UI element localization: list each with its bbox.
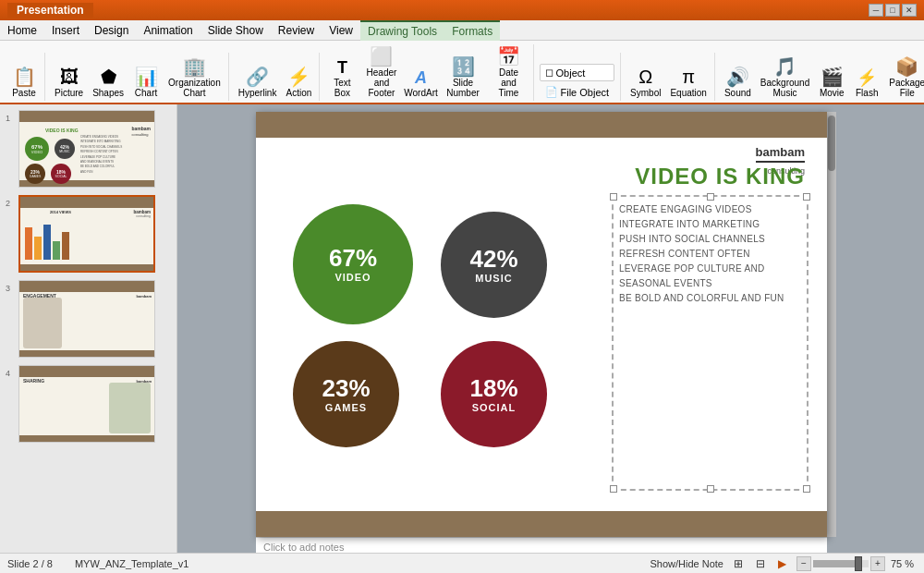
paste-button[interactable]: 📋 Paste (7, 65, 41, 101)
paste-icon: 📋 (13, 67, 36, 86)
zoom-slider-thumb[interactable] (855, 556, 862, 571)
wordart-button[interactable]: A WordArt (405, 67, 438, 101)
date-time-icon: 📅 (497, 47, 520, 66)
header-footer-icon: ⬜ (370, 47, 393, 66)
handle-bl[interactable] (610, 485, 617, 493)
handle-tl[interactable] (610, 193, 617, 201)
handle-br[interactable] (803, 485, 810, 493)
slide-preview-4: bambam SHARING (18, 365, 155, 443)
normal-view-btn[interactable]: ⊞ (731, 557, 746, 570)
zoom-in-btn[interactable]: + (870, 556, 885, 571)
maximize-btn[interactable]: □ (885, 4, 900, 17)
slide-preview-3: bambam ENGAGEMENT (18, 280, 155, 358)
circle-music[interactable]: 42% MUSIC (441, 212, 547, 318)
menu-drawing-tools[interactable]: Drawing Tools (360, 20, 444, 41)
slide-thumb-3[interactable]: 3 bambam ENGAGEMENT (4, 278, 173, 360)
sound-icon: 🔊 (726, 67, 749, 86)
slide-bottom-stripe (256, 511, 827, 537)
handle-tc[interactable] (707, 193, 714, 201)
menu-slideshow[interactable]: Slide Show (201, 20, 271, 41)
menu-review[interactable]: Review (271, 20, 322, 41)
circle-games[interactable]: 23% GAMES (293, 341, 399, 447)
object-button[interactable]: ◻ Object (540, 64, 615, 81)
circle-social-label: SOCIAL (472, 402, 517, 413)
handle-bc[interactable] (707, 485, 714, 493)
group-paste: 📋 Paste (4, 53, 45, 101)
template-name: MYW_ANZ_Template_v1 (75, 558, 189, 569)
textbox-button[interactable]: T Text Box (325, 56, 359, 101)
zoom-slider[interactable] (813, 560, 869, 567)
flash-icon: ⚡ (857, 69, 877, 86)
equation-button[interactable]: π Equation (666, 65, 710, 101)
chart-button[interactable]: 📊 Chart (129, 65, 163, 101)
group-picture: 🖼 Picture ⬟ Shapes 📊 Chart 🏢 Organizatio… (47, 53, 229, 101)
file-object-button[interactable]: 📄 File Object (540, 83, 615, 101)
group-object: ◻ Object 📄 File Object (536, 53, 622, 101)
slides-panel: 1 bambamconsulting VIDEO IS KING 67% VID… (0, 104, 177, 557)
menubar: Home Insert Design Animation Slide Show … (0, 20, 924, 41)
package-file-button[interactable]: 📦 PackageFile (885, 55, 924, 101)
notes-placeholder: Click to add notes (263, 542, 344, 553)
menu-view[interactable]: View (322, 20, 360, 41)
circle-video[interactable]: 67% VIDEO (293, 204, 413, 324)
bullet-4: REFRESH CONTENT OFTEN (619, 247, 801, 262)
slide-preview-2: bambam consulting 2014 VIEWS (18, 195, 155, 273)
menu-formats[interactable]: Formats (444, 20, 500, 41)
chart-icon: 📊 (135, 67, 158, 86)
package-file-icon: 📦 (895, 57, 918, 76)
background-music-button[interactable]: 🎵 BackgroundMusic (757, 55, 813, 101)
zoom-level: 75 % (891, 558, 917, 569)
slide-thumb-2[interactable]: 2 bambam consulting 2014 VIEWS (4, 193, 173, 274)
main-area: 1 bambamconsulting VIDEO IS KING 67% VID… (0, 104, 924, 557)
group-media: 🔊 Sound 🎵 BackgroundMusic 🎬 Movie ⚡ Flas… (717, 53, 924, 101)
brand-name: bambam (756, 145, 805, 159)
movie-button[interactable]: 🎬 Movie (815, 65, 848, 101)
circle-video-label: VIDEO (334, 272, 371, 283)
canvas-scroll-thumb[interactable] (828, 116, 835, 171)
hyperlink-button[interactable]: 🔗 Hyperlink (235, 65, 281, 101)
menu-animation[interactable]: Animation (136, 20, 200, 41)
zoom-controls: − + 75 % (796, 556, 917, 571)
canvas-scrollbar[interactable] (827, 112, 836, 537)
handle-tr[interactable] (803, 193, 810, 201)
flash-button[interactable]: ⚡ Flash (850, 67, 883, 101)
menu-home[interactable]: Home (0, 20, 44, 41)
slide-thumb-1[interactable]: 1 bambamconsulting VIDEO IS KING 67% VID… (4, 108, 173, 189)
object-icon: ◻ (545, 67, 553, 79)
background-music-icon: 🎵 (773, 57, 796, 76)
bullet-text-box[interactable]: CREATE ENGAGING VIDEOS INTEGRATE INTO MA… (612, 195, 808, 491)
shapes-button[interactable]: ⬟ Shapes (89, 65, 128, 101)
slide-title: VIDEO IS KING (635, 164, 805, 189)
header-footer-button[interactable]: ⬜ Header andFooter (360, 44, 402, 101)
slide-number-button[interactable]: 🔢 Slide Number (440, 55, 487, 101)
symbol-button[interactable]: Ω Symbol (626, 65, 664, 101)
slide-number-icon: 🔢 (452, 57, 475, 76)
hyperlink-icon: 🔗 (246, 67, 269, 86)
close-btn[interactable]: ✕ (902, 4, 917, 17)
minimize-btn[interactable]: ─ (869, 4, 883, 17)
circle-social[interactable]: 18% SOCIAL (441, 341, 547, 447)
menu-design[interactable]: Design (87, 20, 136, 41)
symbol-icon: Ω (638, 67, 652, 86)
titlebar: Presentation ─ □ ✕ (0, 0, 924, 20)
show-hide-note[interactable]: Show/Hide Note (650, 558, 724, 569)
zoom-out-btn[interactable]: − (796, 556, 811, 571)
sound-button[interactable]: 🔊 Sound (721, 65, 755, 101)
app-title: Presentation (7, 3, 93, 18)
menu-insert[interactable]: Insert (44, 20, 87, 41)
shapes-icon: ⬟ (101, 67, 116, 86)
action-button[interactable]: ⚡ Action (282, 65, 315, 101)
picture-button[interactable]: 🖼 Picture (51, 65, 87, 101)
date-time-button[interactable]: 📅 Date andTime (489, 44, 529, 101)
org-chart-icon: 🏢 (183, 57, 206, 76)
action-icon: ⚡ (287, 67, 310, 86)
slideshow-btn[interactable]: ▶ (775, 557, 789, 570)
slide-preview-1: bambamconsulting VIDEO IS KING 67% VIDEO… (18, 110, 155, 188)
circle-music-pct: 42% (469, 247, 517, 271)
slide-sorter-btn[interactable]: ⊟ (753, 557, 768, 570)
equation-icon: π (682, 67, 695, 86)
slide-canvas: bambam consulting VIDEO IS KING 67% VIDE… (256, 112, 827, 537)
ribbon: 📋 Paste 🖼 Picture ⬟ Shapes 📊 Chart (0, 41, 924, 104)
org-chart-button[interactable]: 🏢 OrganizationChart (164, 55, 225, 101)
slide-thumb-4[interactable]: 4 bambam SHARING (4, 363, 173, 445)
